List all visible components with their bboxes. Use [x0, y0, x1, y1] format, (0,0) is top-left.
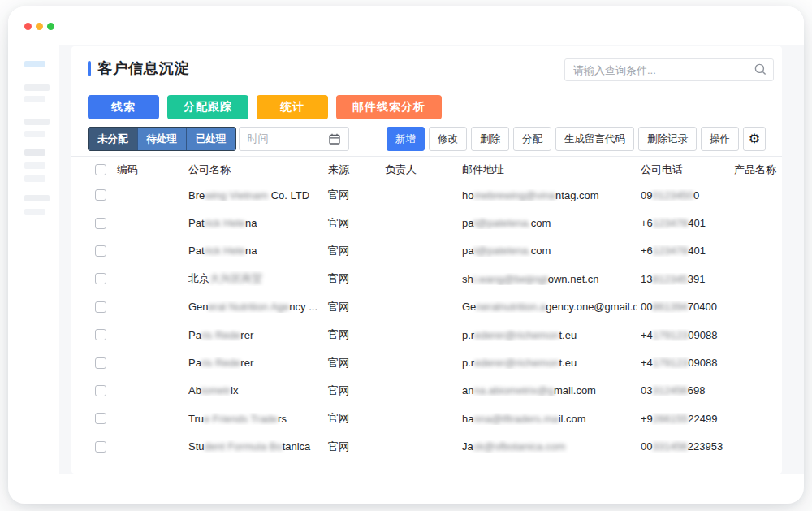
search-icon[interactable]: [754, 63, 767, 76]
minimize-button[interactable]: [36, 23, 43, 30]
sidebar-skeleton-bar: [24, 131, 45, 137]
close-button[interactable]: [24, 23, 32, 30]
cell-company-name: Abiometrix: [185, 384, 325, 396]
redacted-text: t@patelena.: [473, 217, 530, 229]
row-checkbox[interactable]: [95, 301, 106, 313]
redacted-text: 266155: [653, 413, 688, 425]
edit-button[interactable]: 修改: [429, 127, 467, 151]
col-company: 公司名称: [185, 162, 325, 177]
table-row[interactable]: 北京大兴区商贸 官网 shi.wang@beijingtown.net.cn 1…: [71, 265, 782, 292]
title-block: 客户信息沉淀: [88, 58, 190, 78]
search-input[interactable]: [564, 58, 774, 81]
cell-company-name: Patrick Helena: [185, 245, 325, 257]
table-row[interactable]: Patrick Helena 官网 pat@patelena.com +6123…: [71, 237, 782, 265]
assign-button[interactable]: 分配: [513, 127, 551, 151]
row-checkbox-cell: [88, 189, 114, 201]
delete-records-button[interactable]: 删除记录: [638, 127, 697, 151]
redacted-text: ris Rede: [201, 329, 240, 341]
table-row[interactable]: Abiometrix 官网 anna.abiometrix@gmail.com …: [71, 377, 782, 405]
cell-company-name: Patrick Helena: [185, 217, 325, 229]
tab-clues[interactable]: 线索: [88, 95, 159, 119]
sidebar-skeleton-bar: [24, 149, 45, 156]
add-button[interactable]: 新增: [387, 127, 425, 151]
cell-email-address: pat@patelena.com: [459, 245, 637, 257]
row-checkbox-cell: [88, 441, 114, 453]
filter-unassigned[interactable]: 未分配: [89, 128, 137, 150]
cell-company-name: Student Formula Botanica: [185, 440, 325, 453]
cell-company-phone: +6123478401: [637, 245, 731, 257]
cell-source: 官网: [325, 411, 382, 426]
cell-source: 官网: [325, 216, 382, 231]
sidebar-skeleton-bar: [24, 209, 45, 215]
redacted-text: 179123: [653, 329, 688, 341]
redacted-text: 0123450: [652, 189, 693, 201]
sidebar-skeleton-bar: [24, 96, 45, 102]
redacted-text: na.abiometrix@g: [473, 384, 553, 396]
redacted-text: ederer@richemon: [474, 329, 559, 341]
table-row[interactable]: Paris Rederer 官网 p.rederer@richemont.eu …: [71, 321, 782, 349]
cell-source: 官网: [325, 327, 382, 342]
row-checkbox[interactable]: [95, 357, 106, 369]
redacted-text: 312456: [652, 384, 687, 396]
page-title: 客户信息沉淀: [97, 58, 190, 78]
table-row[interactable]: Brewing Vietnam Co. LTD 官网 homebrewing@v…: [71, 181, 782, 209]
generate-message-code-button[interactable]: 生成留言代码: [555, 127, 634, 151]
tab-assign-tracking[interactable]: 分配跟踪: [167, 95, 248, 119]
date-picker[interactable]: 时间: [239, 127, 349, 151]
row-checkbox[interactable]: [95, 441, 106, 453]
tab-email-clue-analysis[interactable]: 邮件线索分析: [336, 95, 442, 119]
panel-header: 客户信息沉淀: [71, 46, 782, 81]
table-row[interactable]: Student Formula Botanica 官网 Jack@sfbotan…: [71, 433, 782, 461]
delete-button[interactable]: 删除: [471, 127, 509, 151]
col-phone: 公司电话: [637, 162, 731, 177]
row-checkbox[interactable]: [95, 413, 106, 424]
tab-statistics[interactable]: 统计: [257, 95, 328, 119]
sidebar-skeleton: [8, 45, 59, 474]
table-body: Brewing Vietnam Co. LTD 官网 homebrewing@v…: [71, 181, 782, 461]
row-checkbox-cell: [88, 218, 114, 229]
row-checkbox[interactable]: [95, 189, 106, 201]
cell-email-address: Jack@sfbotanica.com: [459, 440, 637, 453]
col-owner: 负责人: [382, 162, 459, 177]
redacted-text: 123478: [653, 245, 688, 257]
operations-button[interactable]: 操作: [701, 127, 739, 151]
cell-company-phone: 13812345391: [637, 273, 731, 285]
settings-gear-button[interactable]: ⚙: [743, 127, 766, 151]
table-row[interactable]: Patrick Helena 官网 pat@patelena.com +6123…: [71, 209, 782, 236]
row-checkbox[interactable]: [95, 218, 106, 229]
table-row[interactable]: General Nutrition Agency ... . 官网 Genera…: [71, 293, 782, 321]
row-checkbox[interactable]: [95, 273, 106, 284]
main-panel: 客户信息沉淀 线索分配跟踪统计邮件线索分析 未分配待处理已处理 时间 新增修改删…: [71, 46, 782, 474]
redacted-text: 812345: [652, 273, 687, 285]
gear-icon: ⚙: [749, 132, 760, 145]
filter-pending[interactable]: 待处理: [137, 128, 187, 150]
redacted-text: iometr: [201, 384, 231, 396]
title-accent-bar: [88, 61, 91, 76]
maximize-button[interactable]: [47, 23, 54, 30]
row-checkbox[interactable]: [95, 329, 106, 340]
redacted-text: ck@sfbotanica.com: [473, 440, 566, 453]
window-controls: [24, 23, 54, 30]
select-all-checkbox[interactable]: [95, 164, 106, 175]
col-product: 产品名称: [731, 162, 778, 177]
redacted-text: rick Hele: [205, 217, 246, 229]
filter-processed[interactable]: 已处理: [186, 128, 235, 150]
table-row[interactable]: Paris Rederer 官网 p.rederer@richemont.eu …: [71, 349, 782, 376]
action-buttons: 新增修改删除分配生成留言代码删除记录操作⚙: [387, 127, 766, 151]
cell-company-phone: 0086139470400: [637, 301, 731, 313]
redacted-text: 179123: [653, 357, 688, 369]
row-checkbox[interactable]: [95, 385, 106, 396]
col-code: 编码: [114, 162, 185, 177]
redacted-text: i.wang@beijingt: [473, 273, 548, 285]
row-checkbox[interactable]: [95, 245, 106, 257]
col-source: 来源: [325, 162, 382, 177]
table-row[interactable]: True Friends Traders 官网 hanna@tftraders.…: [71, 405, 782, 432]
redacted-text: eral Nutrition Age: [209, 301, 290, 313]
toolbar: 未分配待处理已处理 时间 新增修改删除分配生成留言代码删除记录操作⚙: [88, 127, 766, 151]
redacted-text: wing Vietnam: [205, 189, 268, 201]
redacted-text: e Friends Trade: [204, 413, 278, 425]
redacted-text: ederer@richemon: [474, 357, 559, 369]
cell-company-phone: 03312456698: [637, 384, 731, 396]
calendar-icon: [329, 133, 340, 145]
row-checkbox-cell: [88, 413, 114, 424]
